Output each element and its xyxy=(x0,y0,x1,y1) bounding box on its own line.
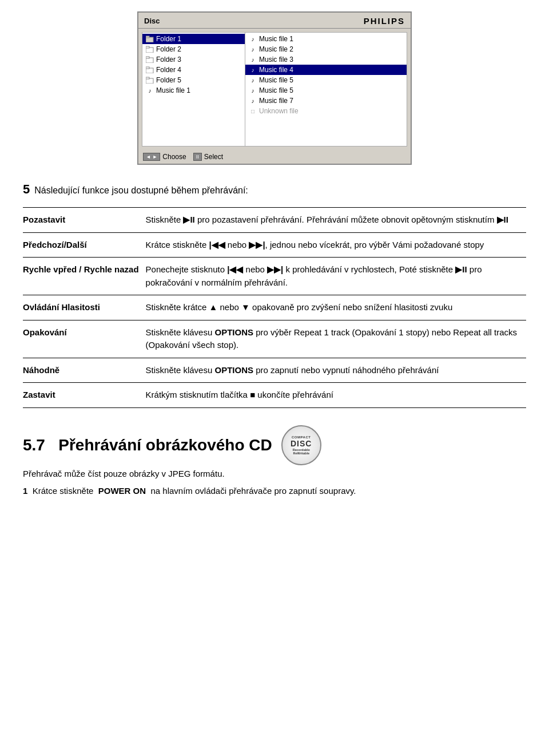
folder-icon xyxy=(146,35,154,42)
svg-rect-7 xyxy=(146,67,149,69)
disc-panel: Disc PHILIPS Folder 1 Folder 2 xyxy=(137,11,412,165)
music-note-icon: ♪ xyxy=(146,87,154,94)
list-item[interactable]: □ Unknown file xyxy=(245,106,407,116)
svg-rect-9 xyxy=(146,77,149,79)
list-item[interactable]: ♪ Music file 7 xyxy=(245,96,407,106)
music-note-icon: ♪ xyxy=(249,56,257,63)
cd-rewritable-text: ReWritable xyxy=(293,452,309,455)
list-item[interactable]: Folder 3 xyxy=(142,54,245,65)
term-predchozi: Předchozí/Další xyxy=(23,232,146,258)
panel-body: Folder 1 Folder 2 Folder 3 xyxy=(142,32,407,147)
svg-rect-5 xyxy=(146,57,149,58)
list-item[interactable]: ♪ Music file 2 xyxy=(245,44,407,54)
panel-footer: ◄ ► Choose II Select xyxy=(138,150,411,164)
def-nahodne: Stiskněte klávesu OPTIONS pro zapnutí ne… xyxy=(146,358,526,383)
def-predchozi: Krátce stiskněte |◀◀ nebo ▶▶|, jednou ne… xyxy=(146,232,526,258)
table-row: Pozastavit Stiskněte ▶II pro pozastavení… xyxy=(23,208,526,233)
step1: 1 Krátce stiskněte POWER ON na hlavním o… xyxy=(23,484,526,498)
def-opakovani: Stiskněte klávesu OPTIONS pro výběr Repe… xyxy=(146,320,526,358)
term-nahodne: Náhodně xyxy=(23,358,146,383)
term-rychle: Rychle vpřed / Rychle nazad xyxy=(23,258,146,295)
term-pozastavit: Pozastavit xyxy=(23,208,146,233)
panel-title: Disc xyxy=(144,17,160,25)
list-item[interactable]: ♪ Music file 5 xyxy=(245,85,407,96)
svg-rect-3 xyxy=(146,46,149,48)
music-note-icon: ♪ xyxy=(249,35,257,42)
list-item[interactable]: ♪ Music file 1 xyxy=(245,34,407,44)
file-icon: □ xyxy=(249,108,257,114)
music-note-icon: ♪ xyxy=(249,97,257,104)
music-note-icon: ♪ xyxy=(249,46,257,53)
def-hlasitost: Stiskněte krátce ▲ nebo ▼ opakovaně pro … xyxy=(146,295,526,320)
section57-subtitle: Přehrávač může číst pouze obrázky v JPEG… xyxy=(23,469,526,478)
table-row: Ovládání Hlasitosti Stiskněte krátce ▲ n… xyxy=(23,295,526,320)
def-zastavit: Krátkým stisknutím tlačítka ■ ukončíte p… xyxy=(146,383,526,408)
list-item[interactable]: ♪ Music file 4 xyxy=(245,65,407,75)
table-row: Zastavit Krátkým stisknutím tlačítka ■ u… xyxy=(23,383,526,408)
table-row: Rychle vpřed / Rychle nazad Ponechejte s… xyxy=(23,258,526,295)
table-row: Opakování Stiskněte klávesu OPTIONS pro … xyxy=(23,320,526,358)
folder-icon xyxy=(146,56,154,63)
term-hlasitost: Ovládání Hlasitosti xyxy=(23,295,146,320)
philips-logo: PHILIPS xyxy=(364,16,405,26)
list-item[interactable]: Folder 1 xyxy=(142,34,245,44)
term-zastavit: Zastavit xyxy=(23,383,146,408)
music-note-icon: ♪ xyxy=(249,66,257,73)
section-number: 5 xyxy=(23,182,30,197)
section57-title-row: 5.7 Přehrávání obrázkového CD COMPACT DI… xyxy=(23,425,526,465)
list-item[interactable]: ♪ Music file 1 xyxy=(142,85,245,96)
panel-titlebar: Disc PHILIPS xyxy=(138,13,411,29)
list-item[interactable]: Folder 2 xyxy=(142,44,245,54)
section5-intro: Následující funkce jsou dostupné během p… xyxy=(34,185,248,196)
select-button[interactable]: II Select xyxy=(193,153,223,161)
select-icon: II xyxy=(193,153,202,161)
music-note-icon: ♪ xyxy=(249,87,257,94)
term-opakovani: Opakování xyxy=(23,320,146,358)
folder-icon xyxy=(146,46,154,53)
cd-disc-text: DISC xyxy=(291,439,312,448)
section57-container: 5.7 Přehrávání obrázkového CD COMPACT DI… xyxy=(23,425,526,498)
table-row: Náhodně Stiskněte klávesu OPTIONS pro za… xyxy=(23,358,526,383)
choose-button[interactable]: ◄ ► Choose xyxy=(143,153,186,161)
cd-logo: COMPACT DISC Recordable ReWritable xyxy=(281,425,321,465)
table-row: Předchozí/Další Krátce stiskněte |◀◀ neb… xyxy=(23,232,526,258)
section57-heading: 5.7 Přehrávání obrázkového CD xyxy=(23,436,272,454)
def-rychle: Ponechejte stisknuto |◀◀ nebo ▶▶| k proh… xyxy=(146,258,526,295)
choose-icon: ◄ ► xyxy=(143,153,160,161)
folder-list: Folder 1 Folder 2 Folder 3 xyxy=(142,33,245,146)
section5-header: 5 Následující funkce jsou dostupné během… xyxy=(23,182,526,197)
music-file-list: ♪ Music file 1 ♪ Music file 2 ♪ Music fi… xyxy=(245,33,407,146)
list-item[interactable]: ♪ Music file 3 xyxy=(245,54,407,65)
list-item[interactable]: Folder 5 xyxy=(142,75,245,85)
list-item[interactable]: ♪ Music file 5 xyxy=(245,75,407,85)
list-item[interactable]: Folder 4 xyxy=(142,65,245,75)
folder-icon xyxy=(146,66,154,73)
svg-rect-1 xyxy=(146,36,149,38)
definitions-table: Pozastavit Stiskněte ▶II pro pozastavení… xyxy=(23,207,526,408)
music-note-icon: ♪ xyxy=(249,77,257,84)
def-pozastavit: Stiskněte ▶II pro pozastavení přehrávání… xyxy=(146,208,526,233)
folder-icon xyxy=(146,77,154,84)
